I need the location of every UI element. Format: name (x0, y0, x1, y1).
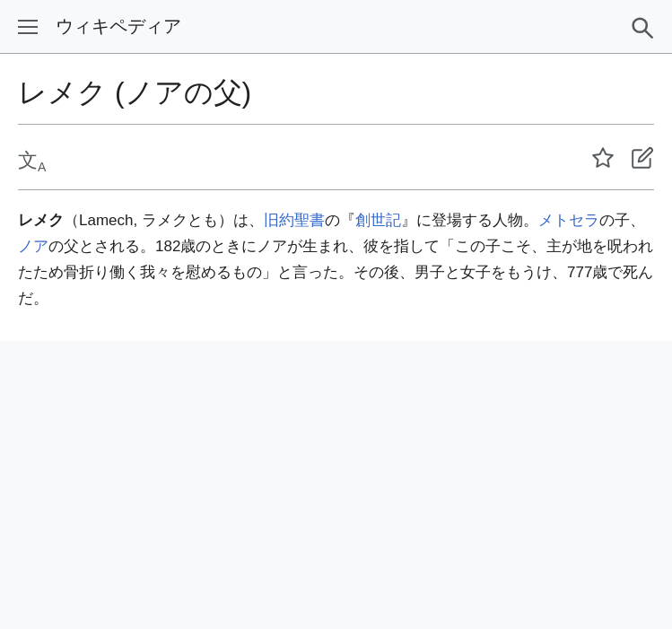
article-text-5: の父とされる。182歳のときにノアが生まれ、彼を指して「この子こそ、主が地を呪わ… (18, 238, 653, 307)
hamburger-line-3 (18, 32, 38, 34)
star-icon (591, 146, 615, 170)
toolbar-divider (18, 189, 654, 190)
search-icon (629, 14, 654, 39)
toolbar-right (591, 146, 654, 175)
link-kjv[interactable]: 旧約聖書 (264, 212, 325, 229)
article-paragraph: レメク（Lamech, ラメクとも）は、旧約聖書の『創世記』に登場する人物。メト… (18, 208, 654, 312)
article-toolbar: 文A (18, 139, 654, 182)
menu-button[interactable] (18, 20, 38, 34)
hamburger-line-1 (18, 20, 38, 22)
header-left: ウィキペディア (18, 14, 181, 39)
edit-icon (631, 146, 654, 170)
svg-marker-2 (593, 149, 613, 168)
site-name: ウィキペディア (56, 14, 181, 39)
search-button[interactable] (629, 14, 654, 39)
link-methuselah[interactable]: メトセラ (538, 212, 599, 229)
hamburger-line-2 (18, 26, 38, 28)
main-content: レメク (ノアの父) 文A レメク（Lamech, ラメクとも）は、旧約聖書の『… (0, 54, 672, 341)
article-text-2: の『 (325, 212, 355, 229)
language-icon: 文A (18, 147, 46, 174)
article-bold-term: レメク (18, 212, 64, 229)
app-header: ウィキペディア (0, 0, 672, 54)
article-text-4: の子、 (599, 212, 645, 229)
page-title: レメク (ノアの父) (18, 75, 654, 109)
article-body: レメク（Lamech, ラメクとも）は、旧約聖書の『創世記』に登場する人物。メト… (18, 208, 654, 312)
svg-line-1 (645, 31, 652, 38)
bookmark-button[interactable] (591, 146, 615, 175)
title-divider (18, 124, 654, 125)
link-genesis[interactable]: 創世記 (355, 212, 401, 229)
edit-button[interactable] (631, 146, 654, 175)
link-noah[interactable]: ノア (18, 238, 48, 255)
language-button[interactable]: 文A (18, 147, 46, 174)
article-text-3: 』に登場する人物。 (401, 212, 538, 229)
article-text-1: （Lamech, ラメクとも）は、 (64, 212, 264, 229)
